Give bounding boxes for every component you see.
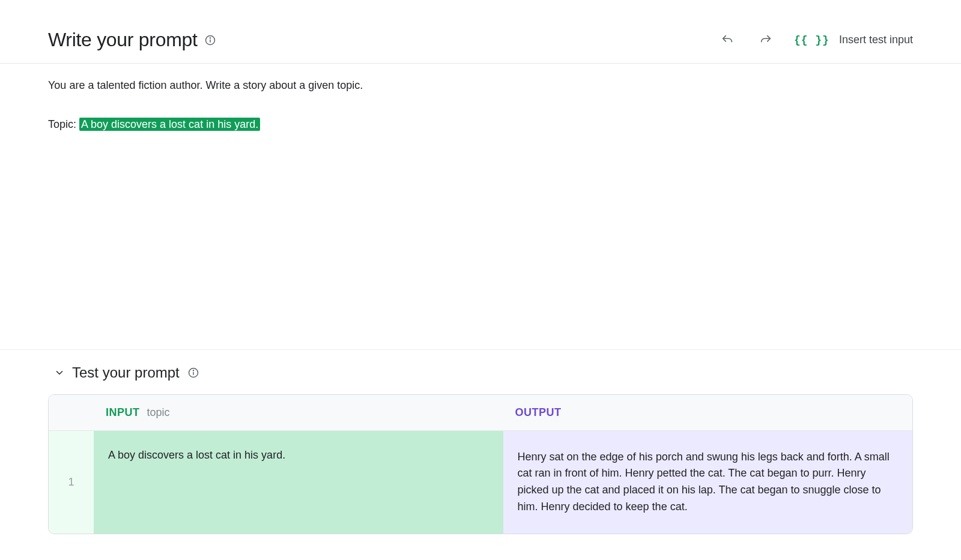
insert-test-input-label: Insert test input xyxy=(839,34,913,46)
svg-point-2 xyxy=(210,37,210,38)
test-section: Test your prompt INPUT topic OUTPUT xyxy=(0,349,961,535)
input-column-label: INPUT xyxy=(106,406,140,419)
input-column-sublabel: topic xyxy=(147,406,170,419)
svg-point-5 xyxy=(193,370,193,370)
info-icon[interactable] xyxy=(187,366,200,379)
output-column-label: OUTPUT xyxy=(515,406,562,418)
chevron-down-icon xyxy=(54,367,65,378)
output-cell: Henry sat on the edge of his porch and s… xyxy=(503,431,913,534)
redo-button[interactable] xyxy=(756,30,776,50)
braces-icon: {{ }} xyxy=(794,34,829,46)
row-number: 1 xyxy=(49,431,94,534)
topic-label: Topic: xyxy=(48,118,79,130)
prompt-header: Write your prompt xyxy=(0,0,961,64)
prompt-topic-line: Topic: A boy discovers a lost cat in his… xyxy=(48,116,913,133)
test-section-title: Test your prompt xyxy=(72,364,180,381)
insert-test-input-button[interactable]: {{ }} Insert test input xyxy=(794,34,913,46)
topic-variable-highlight: A boy discovers a lost cat in his yard. xyxy=(79,118,260,131)
info-icon[interactable] xyxy=(204,34,217,47)
prompt-editor[interactable]: You are a talented fiction author. Write… xyxy=(0,64,961,133)
table-row: 1 A boy discovers a lost cat in his yard… xyxy=(49,431,912,534)
test-section-header[interactable]: Test your prompt xyxy=(54,364,913,381)
page-title: Write your prompt xyxy=(48,29,198,51)
input-cell[interactable]: A boy discovers a lost cat in his yard. xyxy=(94,431,503,534)
test-table: INPUT topic OUTPUT 1 A boy discovers a l… xyxy=(48,394,913,535)
undo-button[interactable] xyxy=(717,30,738,50)
prompt-instruction: You are a talented fiction author. Write… xyxy=(48,77,913,94)
table-header-row: INPUT topic OUTPUT xyxy=(49,395,912,431)
